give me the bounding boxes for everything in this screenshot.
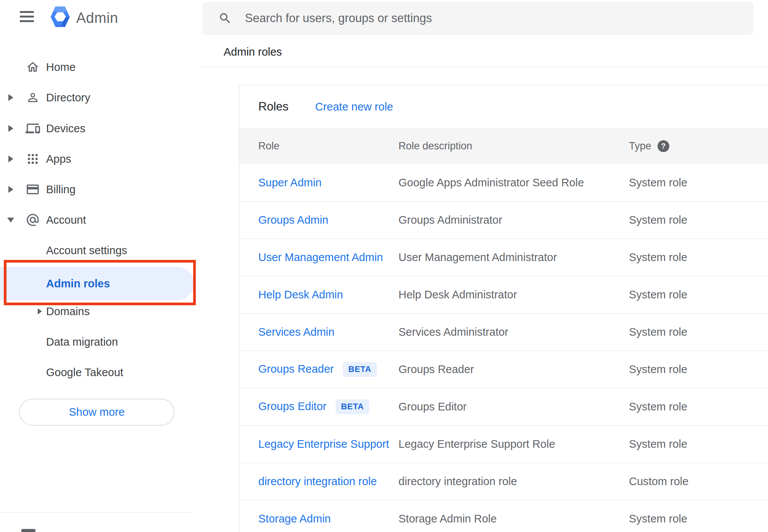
sidebar-item-apps[interactable]: Apps: [0, 144, 197, 174]
role-type: System role: [629, 288, 768, 301]
header-divider: [202, 67, 768, 67]
role-description: Legacy Enterprise Support Role: [398, 438, 629, 450]
expand-arrow-icon[interactable]: [8, 155, 14, 162]
sidebar-item-label: Billing: [46, 183, 75, 196]
app-title: Admin: [76, 10, 118, 26]
sidebar-item-billing[interactable]: Billing: [0, 174, 197, 205]
table-row: Super Admin Google Apps Administrator Se…: [239, 164, 768, 202]
role-type: System role: [629, 438, 768, 450]
role-description: User Management Administrator: [398, 251, 629, 264]
devices-icon: [25, 121, 40, 136]
sidebar-item-label: Devices: [46, 122, 85, 135]
column-header-role: Role: [258, 140, 398, 152]
sidebar-item-domains[interactable]: Domains: [0, 296, 197, 327]
role-type: System role: [629, 251, 768, 264]
role-link[interactable]: Services Admin: [258, 326, 334, 338]
help-icon[interactable]: ?: [658, 140, 669, 152]
roles-card: Roles Create new role Role Role descript…: [239, 85, 768, 532]
table-row: Groups EditorBETA Groups Editor System r…: [239, 388, 768, 426]
role-type: System role: [629, 214, 768, 226]
role-link[interactable]: User Management Admin: [258, 251, 383, 263]
create-new-role-link[interactable]: Create new role: [315, 101, 393, 113]
sidebar-item-directory[interactable]: Directory: [0, 82, 197, 113]
show-more-button[interactable]: Show more: [19, 399, 174, 426]
at-icon: [25, 212, 40, 228]
collapse-arrow-icon[interactable]: [8, 218, 14, 223]
sidebar-item-label: Apps: [46, 153, 71, 165]
table-row: Groups ReaderBETA Groups Reader System r…: [239, 351, 768, 388]
apps-grid-icon: [25, 151, 40, 167]
role-description: directory integration role: [398, 475, 629, 488]
sidebar-item-label: Admin roles: [46, 277, 110, 290]
home-icon: [25, 59, 40, 75]
role-type: System role: [629, 401, 768, 413]
sidebar-item-home[interactable]: Home: [0, 52, 197, 82]
sidebar-item-label: Account settings: [46, 244, 127, 257]
role-description: Storage Admin Role: [398, 513, 629, 525]
card-title: Roles: [258, 100, 288, 114]
column-header-description: Role description: [398, 140, 629, 152]
table-row: Groups Admin Groups Administrator System…: [239, 202, 768, 239]
role-type: System role: [629, 363, 768, 376]
sidebar-item-label: Directory: [46, 91, 90, 104]
sidebar-item-label: Google Takeout: [46, 366, 123, 379]
breadcrumb: Admin roles: [224, 46, 282, 58]
role-type: System role: [629, 326, 768, 338]
role-link[interactable]: directory integration role: [258, 475, 377, 487]
table-row: Services Admin Services Administrator Sy…: [239, 314, 768, 351]
hamburger-menu-icon[interactable]: [20, 11, 34, 22]
expand-arrow-icon[interactable]: [37, 308, 43, 314]
role-description: Google Apps Administrator Seed Role: [398, 176, 629, 189]
sidebar-item-account-settings[interactable]: Account settings: [0, 235, 197, 266]
sidebar-item-label: Home: [46, 61, 75, 74]
table-row: Storage Admin Storage Admin Role System …: [239, 500, 768, 532]
role-link[interactable]: Storage Admin: [258, 513, 331, 525]
role-link[interactable]: Super Admin: [258, 176, 322, 189]
role-link[interactable]: Groups Admin: [258, 214, 328, 226]
role-description: Groups Reader: [398, 363, 629, 376]
search-icon: [218, 11, 232, 25]
cutoff-sidebar-icon: [21, 529, 35, 532]
role-type: System role: [629, 176, 768, 189]
table-row: Legacy Enterprise Support Legacy Enterpr…: [239, 426, 768, 463]
search-input[interactable]: [245, 2, 748, 35]
role-type: System role: [629, 513, 768, 525]
sidebar-item-label: Domains: [46, 305, 90, 318]
expand-arrow-icon[interactable]: [8, 125, 14, 132]
search-bar[interactable]: [202, 2, 754, 35]
table-row: User Management Admin User Management Ad…: [239, 239, 768, 276]
person-icon: [25, 90, 40, 105]
sidebar-item-devices[interactable]: Devices: [0, 113, 197, 144]
credit-card-icon: [25, 182, 40, 197]
table-header: Role Role description Type ?: [239, 128, 768, 164]
role-description: Groups Administrator: [398, 214, 629, 226]
sidebar-item-label: Account: [46, 214, 86, 226]
sidebar-item-data-migration[interactable]: Data migration: [0, 327, 197, 357]
sidebar-item-account[interactable]: Account: [0, 205, 197, 235]
column-header-type: Type: [629, 140, 651, 152]
admin-logo-icon: [49, 5, 72, 28]
role-link[interactable]: Legacy Enterprise Support: [258, 438, 389, 450]
role-link[interactable]: Help Desk Admin: [258, 288, 343, 301]
expand-arrow-icon[interactable]: [8, 94, 14, 101]
sidebar-item-label: Data migration: [46, 336, 118, 348]
beta-badge: BETA: [336, 399, 369, 414]
table-row: directory integration role directory int…: [239, 463, 768, 500]
sidebar-item-admin-roles[interactable]: Admin roles: [0, 268, 197, 299]
role-description: Groups Editor: [398, 401, 629, 413]
sidebar-divider: [0, 512, 192, 513]
expand-arrow-icon[interactable]: [8, 186, 14, 193]
beta-badge: BETA: [343, 362, 376, 377]
role-type: Custom role: [629, 475, 768, 488]
role-description: Services Administrator: [398, 326, 629, 338]
table-row: Help Desk Admin Help Desk Administrator …: [239, 276, 768, 314]
role-description: Help Desk Administrator: [398, 288, 629, 301]
role-link[interactable]: Groups Editor: [258, 400, 326, 412]
sidebar-item-google-takeout[interactable]: Google Takeout: [0, 357, 197, 388]
role-link[interactable]: Groups Reader: [258, 363, 334, 375]
